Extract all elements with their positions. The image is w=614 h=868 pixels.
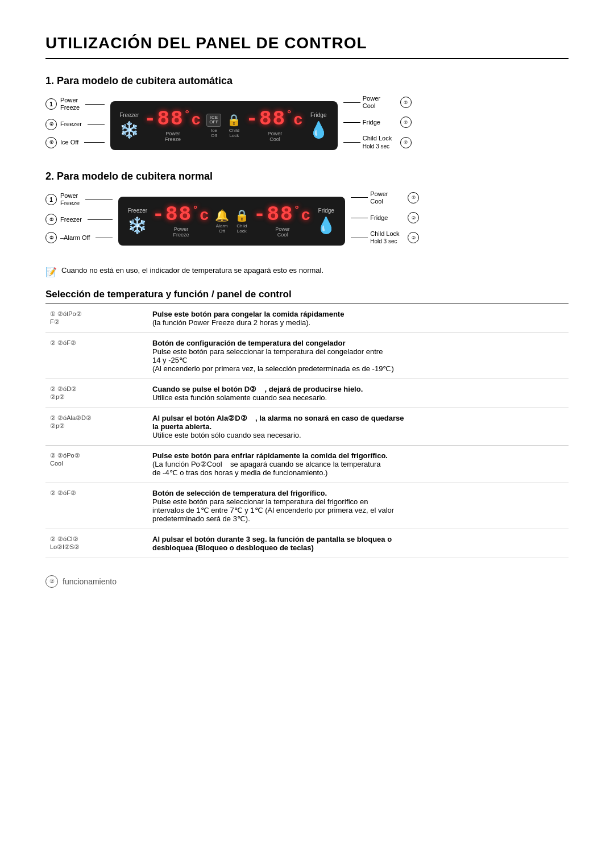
panel2-display: Freezer ❄️ -88°c PowerFreeze 🔔 AlarmOff …: [118, 197, 345, 246]
right2-label-child-lock: Child LockHold 3 sec ②: [351, 230, 419, 245]
left2-label-2: ② Freezer: [45, 214, 113, 225]
table-row: ② ②ó‌F② Botón de selección de temperatur…: [45, 483, 569, 529]
btn-label-5: ② ②ó‌Po②Cool: [45, 445, 148, 483]
table-row: ② ②ó‌Cl②Lo②l②S② Al pulsar el botón duran…: [45, 529, 569, 558]
btn-label-6: ② ②ó‌F②: [45, 483, 148, 529]
footer-circle: ②: [45, 575, 58, 588]
right2-label-fridge: Fridge ②: [351, 212, 419, 223]
panel1-container: 1 PowerFreeze ② Freezer ② Ice Off Freeze…: [45, 95, 569, 157]
label-circle-2: ②: [45, 119, 57, 130]
panel1-right-labels: PowerCool ② Fridge ② Child LockHold 3 se…: [343, 95, 412, 157]
left-label-2: ② Freezer: [45, 119, 105, 130]
left2-label-3: ② –Alarm Off: [45, 232, 113, 243]
section-2: 2. Para modelo de cubitera normal 1 Powe…: [45, 171, 569, 252]
btn-label-2: ② ②ó‌F②: [45, 333, 148, 379]
table-row: ② ②ó‌D②②p② Cuando se pulse el botón D② ,…: [45, 379, 569, 408]
panel2-container: 1 PowerFreeze ② Freezer ② –Alarm Off Fre…: [45, 190, 569, 252]
footer-text: funcionamiento: [63, 577, 117, 586]
label2-circle-1: 1: [45, 194, 57, 205]
right-label-power-cool: PowerCool ②: [343, 95, 412, 110]
table-row: ② ②ó‌F② Botón de configuración de temper…: [45, 333, 569, 379]
section2-title: 2. Para modelo de cubitera normal: [45, 171, 569, 182]
right-label-fridge: Fridge ②: [343, 117, 412, 128]
page-title: UTILIZACIÓN DEL PANEL DE CONTROL: [45, 34, 569, 59]
panel1-left-digits: -88°c PowerFreeze: [144, 109, 202, 142]
panel2-middle: 🔔 AlarmOff 🔒 ChildLock: [215, 209, 249, 234]
panel1-ice-off: ICEOFF IceOff: [206, 114, 221, 139]
panel2-alarm-off: 🔔 AlarmOff: [215, 209, 229, 234]
label2-circle-3: ②: [45, 232, 57, 243]
left-label-1: 1 PowerFreeze: [45, 97, 105, 111]
desc-3: Cuando se pulse el botón D② , dejará de …: [148, 379, 569, 408]
right-label-child-lock: Child LockHold 3 sec ②: [343, 135, 412, 149]
panel2-freezer-section: Freezer ❄️: [127, 207, 147, 235]
panel2-right-labels: PowerCool ② Fridge ② Child LockHold 3 se…: [351, 190, 419, 252]
btn-label-3: ② ②ó‌D②②p②: [45, 379, 148, 408]
note-box: 📝 Cuando no está en uso, el indicador de…: [45, 266, 569, 277]
footer: ② funcionamiento: [45, 575, 569, 588]
selection-table: ① ②ótPo②F② Pulse este botón para congela…: [45, 304, 569, 558]
panel1-fridge-section: Fridge 💧: [309, 112, 329, 139]
panel1-display: Freezer ❄️ -88°c PowerFreeze ICEOFF IceO…: [110, 101, 338, 150]
panel2-child-lock: 🔒 ChildLock: [235, 209, 249, 234]
panel1-left-labels: 1 PowerFreeze ② Freezer ② Ice Off: [45, 97, 105, 155]
note-text: Cuando no está en uso, el indicador de t…: [61, 266, 323, 275]
panel2-right-digits: -88°c PowerCool: [254, 205, 312, 238]
panel1-freezer-section: Freezer ❄️: [119, 112, 139, 139]
table-row: ① ②ótPo②F② Pulse este botón para congela…: [45, 304, 569, 333]
selection-section: Selección de temperatura y función / pan…: [45, 289, 569, 558]
desc-5: Pulse este botón para enfriar rápidament…: [148, 445, 569, 483]
panel2-left-labels: 1 PowerFreeze ② Freezer ② –Alarm Off: [45, 192, 113, 250]
btn-label-4: ② ②ó‌Ala②D②②p②: [45, 408, 148, 445]
btn-label-7: ② ②ó‌Cl②Lo②l②S②: [45, 529, 148, 558]
table-row: ② ②ó‌Ala②D②②p② Al pulsar el botón Ala②D②…: [45, 408, 569, 445]
panel1-right-digits: -88°c PowerCool: [246, 109, 304, 142]
left-label-3: ② Ice Off: [45, 137, 105, 148]
selection-title: Selección de temperatura y función / pan…: [45, 289, 569, 304]
desc-4: Al pulsar el botón Ala②D② , la alarma no…: [148, 408, 569, 445]
btn-label-1: ① ②ótPo②F②: [45, 304, 148, 333]
panel2-fridge-section: Fridge 💧: [316, 207, 336, 235]
left2-label-1: 1 PowerFreeze: [45, 192, 113, 207]
panel1-child-lock: 🔒 ChildLock: [227, 113, 241, 138]
table-row: ② ②ó‌Po②Cool Pulse este botón para enfri…: [45, 445, 569, 483]
desc-6: Botón de selección de temperatura del fr…: [148, 483, 569, 529]
panel2-left-digits: -88°c PowerFreeze: [152, 205, 210, 238]
label-circle-3: ②: [45, 137, 57, 148]
desc-1: Pulse este botón para congelar la comida…: [148, 304, 569, 333]
label2-circle-2: ②: [45, 214, 57, 225]
section1-title: 1. Para modelo de cubitera automática: [45, 75, 569, 87]
desc-7: Al pulsar el botón durante 3 seg. la fun…: [148, 529, 569, 558]
right2-label-power-cool: PowerCool ②: [351, 190, 419, 205]
label-circle-1: 1: [45, 98, 57, 110]
section-1: 1. Para modelo de cubitera automática 1 …: [45, 75, 569, 157]
note-icon: 📝: [45, 267, 57, 277]
desc-2: Botón de configuración de temperatura de…: [148, 333, 569, 379]
panel1-middle: ICEOFF IceOff 🔒 ChildLock: [206, 113, 241, 138]
